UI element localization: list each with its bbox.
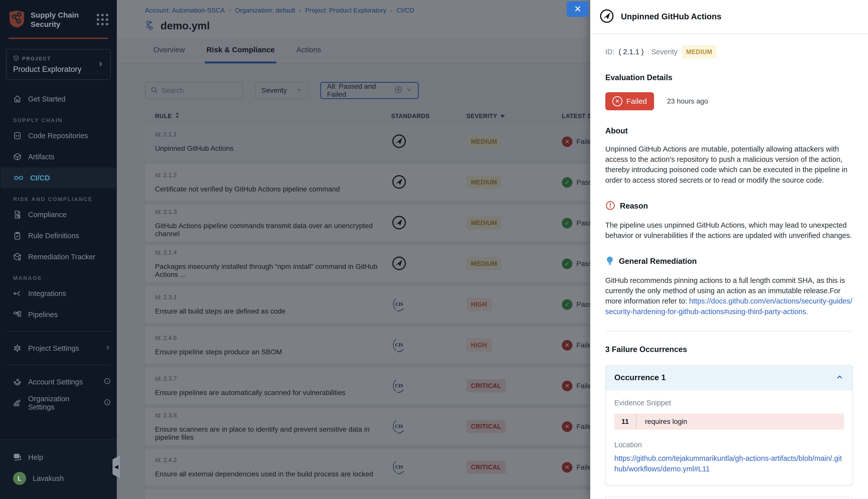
openssf-icon — [599, 9, 614, 25]
sidebar-item-label: Remediation Tracker — [28, 253, 96, 261]
sidebar-divider — [6, 331, 111, 332]
chevron-right-icon — [97, 61, 104, 68]
failure-occurrences-heading: 3 Failure Occurrences — [605, 345, 853, 354]
sidebar-item-label: Code Repositories — [28, 132, 88, 140]
reason-heading: Reason — [620, 202, 648, 210]
sidebar-item-get-started[interactable]: Get Started — [0, 88, 117, 110]
occurrence-title: Occurrence 1 — [614, 373, 666, 382]
sidebar-item-pipelines[interactable]: Pipelines — [0, 304, 117, 325]
about-text: Unpinned GitHub Actions are mutable, pot… — [605, 144, 853, 185]
failed-status-pill: ✕ Failed — [605, 92, 654, 110]
sidebar-item-help[interactable]: ? Help — [0, 447, 117, 468]
id-label: ID: — [605, 48, 615, 56]
sidebar-item-artifacts[interactable]: Artifacts — [0, 146, 117, 167]
evidence-snippet-label: Evidence Snippet — [614, 399, 844, 407]
sidebar-section-manage: MANAGE — [13, 275, 117, 281]
location-label: Location — [614, 441, 844, 449]
x-circle-icon: ✕ — [612, 96, 622, 106]
info-icon[interactable] — [104, 378, 111, 387]
sidebar-item-rule-definitions[interactable]: Rule Definitions — [0, 225, 117, 246]
sidebar-item-label: Artifacts — [28, 153, 54, 161]
supply-chain-shield-logo — [9, 10, 25, 29]
general-remediation-heading: General Remediation — [619, 257, 697, 266]
project-selector[interactable]: PROJECT Product Exploratory — [6, 49, 111, 80]
sidebar-item-label: Organization Settings — [28, 395, 91, 411]
project-label: PROJECT — [22, 56, 51, 62]
sidebar-item-project-settings[interactable]: Project Settings — [0, 338, 117, 359]
app-title: Supply Chain Security — [30, 10, 91, 29]
svg-text:?: ? — [15, 454, 17, 458]
evidence-line-number: 11 — [614, 414, 636, 430]
drawer-title: Unpinned GitHub Actions — [621, 12, 721, 21]
close-drawer-button[interactable]: ✕ — [567, 1, 589, 17]
sidebar-item-remediation-tracker[interactable]: Remediation Tracker — [0, 246, 117, 267]
close-icon: ✕ — [574, 4, 581, 14]
sidebar-item-organization-settings[interactable]: Organization Settings — [0, 392, 117, 414]
cube-icon — [13, 55, 19, 62]
sidebar-item-label: Get Started — [28, 95, 65, 103]
occurrence-2-header[interactable]: Occurrence 2 — [606, 497, 853, 499]
sidebar-bottom: ? Help L Lavakush — [0, 439, 117, 499]
user-menu[interactable]: L Lavakush — [0, 468, 117, 489]
sidebar-item-cicd[interactable]: CI/CD — [0, 167, 116, 188]
evidence-text: requires login — [636, 417, 687, 426]
sidebar-item-integrations[interactable]: Integrations — [0, 283, 117, 304]
occurrence-1-header[interactable]: Occurrence 1 — [606, 366, 853, 390]
sidebar-item-account-settings[interactable]: Account Settings — [0, 372, 117, 392]
sidebar-divider — [6, 365, 111, 365]
modal-dim-overlay — [117, 0, 590, 499]
project-name: Product Exploratory — [13, 65, 97, 74]
info-icon[interactable] — [104, 399, 111, 407]
rule-id-row: ID: ( 2.1.1 ) Severity MEDIUM — [605, 45, 853, 59]
module-grid-icon[interactable] — [97, 14, 108, 25]
id-value: ( 2.1.1 ) — [619, 48, 644, 56]
severity-label: Severity — [651, 48, 678, 56]
sidebar: Supply Chain Security PROJECT Product Ex… — [0, 0, 117, 499]
user-name: Lavakush — [33, 474, 64, 483]
sidebar-item-label: CI/CD — [30, 174, 50, 182]
sidebar-item-label: Pipelines — [28, 311, 58, 319]
occurrence-2-card: Occurrence 2 — [605, 497, 853, 499]
chevron-right-icon — [105, 344, 111, 353]
occurrence-1-card: Occurrence 1 Evidence Snippet 11 require… — [605, 365, 853, 486]
chevron-up-icon[interactable] — [835, 373, 844, 382]
evaluation-details-heading: Evaluation Details — [605, 73, 853, 82]
sidebar-section-risk-compliance: RISK AND COMPLIANCE — [13, 196, 117, 203]
avatar: L — [13, 472, 26, 485]
reason-text: The pipeline uses unpinned GitHub Action… — [605, 220, 853, 241]
location-link[interactable]: https://github.com/tejakummarikuntla/gh-… — [614, 453, 844, 474]
about-heading: About — [605, 126, 853, 135]
severity-badge: MEDIUM — [682, 45, 717, 59]
sidebar-item-label: Integrations — [28, 290, 66, 298]
sidebar-item-code-repositories[interactable]: Code Repositories — [0, 125, 117, 146]
drawer-divider — [605, 331, 853, 331]
sidebar-item-label: Help — [28, 453, 43, 462]
status-label: Failed — [627, 97, 647, 106]
alert-circle-icon — [605, 200, 615, 211]
rule-details-drawer: ✕ Unpinned GitHub Actions ID: ( 2.1.1 ) … — [590, 0, 868, 499]
evidence-snippet-row: 11 requires login — [614, 414, 844, 430]
lightbulb-icon — [605, 256, 614, 267]
sidebar-item-compliance[interactable]: Compliance — [0, 204, 117, 225]
app-header: Supply Chain Security — [9, 0, 108, 39]
evaluated-timestamp: 23 hours ago — [667, 97, 708, 105]
sidebar-item-label: Rule Definitions — [28, 232, 79, 240]
sidebar-item-label: Compliance — [28, 210, 66, 219]
sidebar-item-label: Account Settings — [28, 378, 83, 386]
sidebar-item-label: Project Settings — [28, 344, 79, 353]
remediation-text: GitHub recommends pinning actions to a f… — [605, 276, 853, 317]
sidebar-section-supply-chain: SUPPLY CHAIN — [13, 117, 117, 124]
